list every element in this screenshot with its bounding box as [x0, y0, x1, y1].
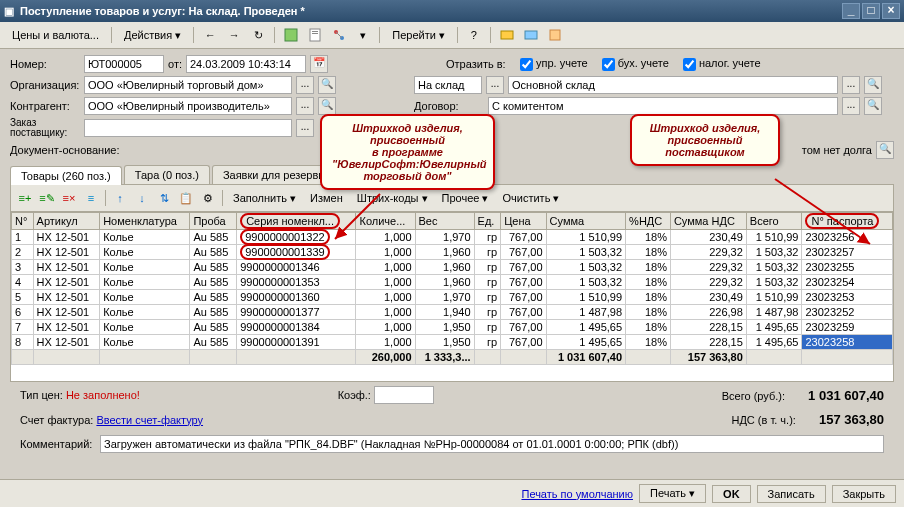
warehouse-type-input[interactable] [414, 76, 482, 94]
add-row-icon[interactable]: ≡+ [15, 188, 35, 208]
debt-search-icon[interactable]: 🔍 [876, 141, 894, 159]
app-icon: ▣ [4, 5, 14, 18]
warehouse-input[interactable] [508, 76, 838, 94]
col-header[interactable]: N° [12, 213, 34, 230]
total-label: Всего (руб.): [722, 390, 785, 402]
order-input[interactable] [84, 119, 292, 137]
list-icon[interactable]: 📋 [176, 188, 196, 208]
wh2-search-icon[interactable]: 🔍 [864, 76, 882, 94]
table-row[interactable]: 4НХ 12-501КольеAu 58599000000013531,0001… [12, 275, 893, 290]
ok-button[interactable]: OK [712, 485, 751, 503]
org-input[interactable] [84, 76, 292, 94]
reflect-label: Отразить в: [446, 58, 516, 70]
clear-menu[interactable]: Очистить ▾ [496, 190, 565, 207]
table-row[interactable]: 2НХ 12-501КольеAu 58599000000013391,0001… [12, 245, 893, 260]
chk-acc[interactable]: бух. учете [602, 57, 669, 71]
col-header[interactable]: Сумма [546, 213, 626, 230]
help-icon[interactable]: ? [464, 25, 484, 45]
col-header[interactable]: Ед. [474, 213, 501, 230]
del-row-icon[interactable]: ≡× [59, 188, 79, 208]
comment-input[interactable] [100, 435, 884, 453]
prices-menu[interactable]: Цены и валюта... [6, 27, 105, 43]
col-header[interactable]: Цена [501, 213, 546, 230]
config-icon[interactable]: ⚙ [198, 188, 218, 208]
contr-input[interactable] [84, 97, 292, 115]
contr-label: Контрагент: [10, 100, 80, 112]
copy-row-icon[interactable]: ≡ [81, 188, 101, 208]
table-row[interactable]: 5НХ 12-501КольеAu 58599000000013601,0001… [12, 290, 893, 305]
wh2-select-icon[interactable]: ... [842, 76, 860, 94]
grid[interactable]: N°АртикулНоменклатураПробаСерия номенкл.… [10, 212, 894, 382]
svg-rect-0 [285, 29, 297, 41]
org-select-icon[interactable]: ... [296, 76, 314, 94]
table-row[interactable]: 8НХ 12-501КольеAu 58599000000013911,0001… [12, 335, 893, 350]
chk-tax[interactable]: налог. учете [683, 57, 761, 71]
table-row[interactable]: 3НХ 12-501КольеAu 58599000000013461,0001… [12, 260, 893, 275]
svg-rect-7 [501, 31, 513, 39]
sort-icon[interactable]: ⇅ [154, 188, 174, 208]
col-header[interactable]: Артикул [33, 213, 100, 230]
table-row[interactable]: 7НХ 12-501КольеAu 58599000000013841,0001… [12, 320, 893, 335]
svg-rect-1 [310, 29, 320, 41]
minimize-button[interactable]: _ [842, 3, 860, 19]
table-row[interactable]: 1НХ 12-501КольеAu 58599000000013221,0001… [12, 230, 893, 245]
col-header[interactable]: Вес [415, 213, 474, 230]
up-icon[interactable]: ↑ [110, 188, 130, 208]
number-input[interactable] [84, 55, 164, 73]
contract-input[interactable] [488, 97, 838, 115]
extra3-icon[interactable] [545, 25, 565, 45]
chk-mgmt[interactable]: упр. учете [520, 57, 588, 71]
maximize-button[interactable]: □ [862, 3, 880, 19]
tab-tare[interactable]: Тара (0 поз.) [124, 165, 210, 184]
print-default-link[interactable]: Печать по умолчанию [521, 488, 633, 500]
other-menu[interactable]: Прочее ▾ [436, 190, 495, 207]
callout-left: Штрихкод изделия, присвоенный в программ… [320, 114, 495, 190]
refresh-icon[interactable]: ↻ [248, 25, 268, 45]
fill-menu[interactable]: Заполнить ▾ [227, 190, 302, 207]
report-icon[interactable] [305, 25, 325, 45]
vat-value: 157 363,80 [819, 412, 884, 427]
tab-goods[interactable]: Товары (260 поз.) [10, 166, 122, 185]
edit-row-icon[interactable]: ≡✎ [37, 188, 57, 208]
svg-rect-8 [525, 31, 537, 39]
col-header[interactable]: Сумма НДС [670, 213, 746, 230]
table-row[interactable]: 6НХ 12-501КольеAu 58599000000013771,0001… [12, 305, 893, 320]
close-button-bottom[interactable]: Закрыть [832, 485, 896, 503]
callout-right: Штрихкод изделия, присвоенный поставщико… [630, 114, 780, 166]
order-select-icon[interactable]: ... [296, 119, 314, 137]
print-button[interactable]: Печать ▾ [639, 484, 706, 503]
invoice-link[interactable]: Ввести счет-фактуру [96, 414, 203, 426]
post-icon[interactable] [281, 25, 301, 45]
nav-forward-icon[interactable]: → [224, 25, 244, 45]
titlebar: ▣ Поступление товаров и услуг: На склад.… [0, 0, 904, 22]
org-search-icon[interactable]: 🔍 [318, 76, 336, 94]
date-picker-icon[interactable]: 📅 [310, 55, 328, 73]
col-header[interactable]: Проба [190, 213, 237, 230]
tab-reserve[interactable]: Заявки для резерви [212, 165, 336, 184]
contr-select-icon[interactable]: ... [296, 97, 314, 115]
actions-menu[interactable]: Действия ▾ [118, 27, 187, 44]
extra2-icon[interactable] [521, 25, 541, 45]
contr-search-icon[interactable]: 🔍 [318, 97, 336, 115]
nav-back-icon[interactable]: ← [200, 25, 220, 45]
down-icon[interactable]: ↓ [132, 188, 152, 208]
contract-search-icon[interactable]: 🔍 [864, 97, 882, 115]
date-input[interactable] [186, 55, 306, 73]
col-header[interactable]: Номенклатура [100, 213, 190, 230]
svg-line-11 [775, 179, 870, 244]
close-button[interactable]: × [882, 3, 900, 19]
price-type-value: Не заполнено! [66, 389, 140, 401]
save-button[interactable]: Записать [757, 485, 826, 503]
structure-icon[interactable] [329, 25, 349, 45]
extra1-icon[interactable] [497, 25, 517, 45]
wh-select-icon[interactable]: ... [486, 76, 504, 94]
svg-rect-2 [312, 31, 318, 32]
order-label: Заказ поставщику: [10, 118, 80, 138]
comment-label: Комментарий: [20, 438, 100, 450]
total-value: 1 031 607,40 [808, 388, 884, 403]
col-header[interactable]: %НДС [626, 213, 671, 230]
coef-input[interactable] [374, 386, 434, 404]
go-menu[interactable]: Перейти ▾ [386, 27, 451, 44]
post-doc-icon[interactable]: ▾ [353, 25, 373, 45]
contract-select-icon[interactable]: ... [842, 97, 860, 115]
